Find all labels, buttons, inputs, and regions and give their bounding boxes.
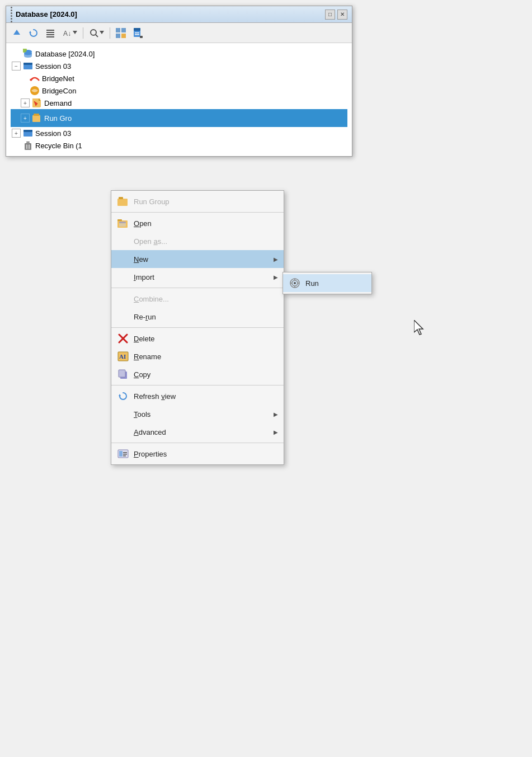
title-bar-controls: □ ✕ <box>325 10 347 20</box>
svg-rect-56 <box>123 455 126 457</box>
folder-yellow-icon <box>117 195 129 208</box>
tree-view: Database [2024.0] − Session 03 <box>11 48 347 152</box>
svg-rect-19 <box>140 36 143 38</box>
new-submenu-arrow: ▶ <box>274 256 278 262</box>
menu-item-advanced[interactable]: Advanced ▶ <box>111 423 284 441</box>
menu-item-run-group-header: Run Group <box>111 192 284 210</box>
tree-item-session03a[interactable]: − Session 03 <box>11 60 347 72</box>
svg-marker-51 <box>119 394 121 396</box>
tree-item-bridgecon-label: BridgeCon <box>42 87 76 95</box>
svg-rect-4 <box>46 34 54 35</box>
find-button[interactable] <box>87 26 106 40</box>
up-arrow-button[interactable] <box>10 26 24 40</box>
menu-sep-1 <box>111 212 284 213</box>
svg-text:A↓: A↓ <box>63 30 71 37</box>
tree-item-bridgenet-label: BridgeNet <box>42 74 74 83</box>
module-button[interactable] <box>114 26 128 40</box>
tree-item-demand[interactable]: + Demand <box>11 97 347 109</box>
menu-item-import[interactable]: Import ▶ <box>111 268 284 286</box>
tree-expand-session03b[interactable]: + <box>12 129 21 138</box>
svg-rect-16 <box>134 28 140 31</box>
menu-item-new[interactable]: New ▶ <box>111 250 284 268</box>
toolbar: A↓ <box>6 23 352 43</box>
svg-rect-55 <box>123 454 127 455</box>
title-bar-grip[interactable] <box>11 7 12 22</box>
import-icon-placeholder <box>117 271 129 283</box>
svg-marker-7 <box>73 31 77 34</box>
tree-item-bridgenet[interactable]: BridgeNet <box>11 72 347 84</box>
tools-icon-placeholder <box>117 408 129 420</box>
menu-item-rerun[interactable]: Re-run <box>111 308 284 326</box>
menu-item-rename[interactable]: AI Rename <box>111 347 284 365</box>
tree-item-demand-label: Demand <box>44 99 72 107</box>
tree-item-session03b-label: Session 03 <box>35 129 71 138</box>
menu-label-new: New <box>134 255 269 264</box>
svg-rect-44 <box>119 222 126 223</box>
properties-icon <box>117 448 129 460</box>
database-icon <box>23 49 33 59</box>
menu-sep-4 <box>111 385 284 385</box>
refresh-view-icon <box>117 390 129 402</box>
svg-rect-30 <box>32 115 40 122</box>
session-icon-a <box>23 61 33 71</box>
tools-submenu-arrow: ▶ <box>274 411 278 417</box>
menu-item-tools[interactable]: Tools ▶ <box>111 405 284 423</box>
menu-label-rerun: Re-run <box>134 313 278 321</box>
tree-item-database[interactable]: Database [2024.0] <box>11 48 347 60</box>
run-icon <box>289 277 301 289</box>
list-view-button[interactable] <box>43 26 58 40</box>
report-button[interactable] <box>130 26 145 40</box>
delete-icon <box>117 332 129 345</box>
tree-item-recyclebin[interactable]: Recycle Bin (1 <box>11 139 347 152</box>
tree-expand-rungroup[interactable]: + <box>21 114 30 123</box>
rungroup-icon <box>32 113 42 123</box>
minimize-button[interactable]: □ <box>325 10 335 20</box>
tree-item-bridgecon[interactable]: BridgeCon <box>11 84 347 97</box>
rename-icon: AI <box>117 350 129 363</box>
menu-item-open[interactable]: Open <box>111 214 284 232</box>
menu-item-refresh-view[interactable]: Refresh view <box>111 387 284 405</box>
svg-rect-42 <box>117 219 122 221</box>
svg-point-21 <box>24 53 32 55</box>
svg-rect-3 <box>46 32 54 33</box>
svg-rect-50 <box>119 370 125 377</box>
session-icon-b <box>23 128 33 138</box>
svg-rect-17 <box>135 32 139 34</box>
context-menu: Run Group Open Open as... New ▶ Import ▶ <box>111 190 284 465</box>
tree-item-session03b[interactable]: + Session 03 <box>11 127 347 139</box>
tree-item-recyclebin-label: Recycle Bin (1 <box>35 142 82 150</box>
svg-rect-53 <box>119 451 123 457</box>
menu-label-copy: Copy <box>134 370 278 379</box>
svg-rect-12 <box>121 28 126 32</box>
svg-line-9 <box>96 35 98 37</box>
svg-rect-18 <box>135 34 139 35</box>
menu-item-properties[interactable]: Properties <box>111 445 284 463</box>
tree-expand-demand[interactable]: + <box>21 98 30 107</box>
window-title: Database [2024.0] <box>16 10 77 18</box>
svg-rect-40 <box>119 197 123 199</box>
copy-icon <box>117 368 129 380</box>
tree-item-rungroup[interactable]: + Run Gro <box>11 109 347 127</box>
tree-item-rungroup-label: Run Gro <box>44 114 72 123</box>
content-area: Database [2024.0] − Session 03 <box>6 43 352 156</box>
menu-label-rename: Rename <box>134 352 278 361</box>
combine-icon-placeholder <box>117 293 129 305</box>
open-as-icon-placeholder <box>117 235 129 247</box>
svg-rect-2 <box>46 30 54 31</box>
svg-point-59 <box>294 282 296 284</box>
svg-marker-0 <box>13 30 20 35</box>
menu-item-open-as: Open as... <box>111 232 284 250</box>
rungroup-blue-bar <box>74 110 346 126</box>
submenu-item-run[interactable]: Run <box>283 274 371 292</box>
menu-item-delete[interactable]: Delete <box>111 330 284 347</box>
tree-item-session03a-label: Session 03 <box>35 62 71 70</box>
svg-rect-54 <box>123 452 127 453</box>
close-button[interactable]: ✕ <box>337 10 347 20</box>
import-submenu-arrow: ▶ <box>274 274 278 280</box>
svg-point-8 <box>91 30 96 35</box>
svg-rect-33 <box>23 130 32 132</box>
refresh-button[interactable] <box>26 26 41 40</box>
sort-button[interactable]: A↓ <box>60 26 79 40</box>
menu-item-copy[interactable]: Copy <box>111 365 284 383</box>
tree-expand-session03a[interactable]: − <box>12 62 21 70</box>
